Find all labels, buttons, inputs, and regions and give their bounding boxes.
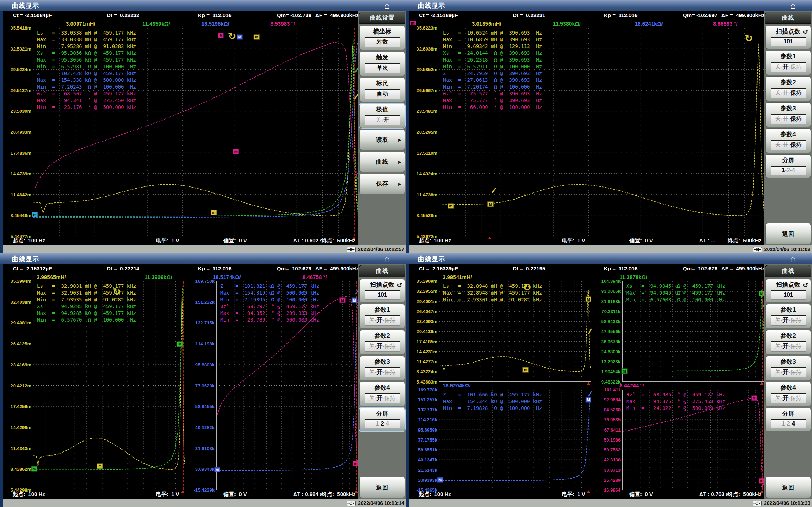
marker-chip-m: m [448, 203, 454, 208]
y-axis-label: 114.216k [418, 417, 437, 422]
sidebar-button-split-screen[interactable]: 分屏1-2-4 [359, 408, 405, 431]
legend-row: Z = 24.7959 Ω @ 390.693 Hz [443, 70, 542, 77]
cursor-line[interactable] [354, 28, 355, 236]
button-value[interactable]: 关-开-保持 [771, 62, 806, 72]
sidebar-button-param3[interactable]: 参数3关-开-保持 [765, 102, 811, 127]
value-option: 保持 [790, 116, 802, 122]
sidebar-button-back[interactable]: 返回 [765, 477, 811, 498]
value-option: 开 [383, 117, 389, 123]
button-value[interactable]: 关-开-保持 [771, 367, 806, 377]
sidebar-button-param2[interactable]: 参数2关-开-保持 [765, 76, 811, 101]
y-axis-label: 104.394k [601, 279, 621, 284]
y-axis-label: 84.5260 [604, 407, 621, 412]
sidebar-button-back[interactable]: 返回 [765, 223, 811, 244]
sidebar-button-back[interactable]: 返回 [359, 477, 405, 498]
screen-edge [406, 11, 409, 253]
value-option: 1 [782, 421, 785, 427]
value-option: 2 [787, 167, 790, 173]
button-value[interactable]: 自动 [365, 89, 400, 99]
sidebar-button-read[interactable]: 读取► [359, 130, 405, 150]
value-option: 关 [775, 90, 781, 96]
button-value[interactable]: 关-开-保持 [365, 393, 400, 403]
y-axis-label: 35.3909m [416, 279, 437, 284]
button-value[interactable]: 1-2-4 [771, 166, 806, 175]
cursor-line[interactable] [183, 281, 184, 490]
button-value[interactable]: 关-开 [365, 115, 400, 125]
sweep-info-bar: 起点: 100 Hz电平: 1 V偏置: 0 VΔT : 0.664 s终点: … [3, 490, 358, 499]
cursor-line[interactable] [762, 390, 763, 490]
y-axis-label: 29.4001m [416, 299, 437, 304]
button-label: 参数2 [767, 332, 810, 339]
button-value[interactable]: 关-开-保持 [771, 88, 806, 98]
measurement-value: Dt = 0.22232 [107, 12, 139, 18]
cursor-line[interactable] [589, 390, 589, 490]
button-value[interactable]: 101 [365, 290, 400, 300]
cursor-line[interactable] [356, 281, 357, 490]
button-label: 参数3 [361, 358, 404, 365]
sidebar-button-param1[interactable]: 参数1关-开-保持 [765, 51, 811, 75]
value-option: 1 [782, 167, 785, 173]
cursor-line[interactable] [490, 28, 490, 236]
button-value[interactable]: 关-开-保持 [771, 315, 806, 326]
sidebar-button-ruler[interactable]: 标尺自动 [359, 78, 405, 102]
button-value[interactable]: 单次 [365, 63, 400, 73]
sidebar-button-param3[interactable]: 参数3关-开-保持 [359, 356, 405, 380]
button-label: 参数1 [767, 53, 810, 60]
sweep-loop-icon: ↻ [745, 34, 753, 43]
value-option: 开 [783, 64, 789, 70]
trace-scale-label: 8.46758 °/ [302, 274, 327, 280]
sidebar-button-param2[interactable]: 参数2关-开-保持 [765, 330, 811, 354]
home-icon[interactable]: ⌂ [384, 0, 390, 11]
y-axis-label: 70.2311k [601, 308, 621, 314]
y-axis-label: 13.2923k [601, 359, 621, 364]
button-value[interactable]: 对数 [365, 37, 400, 47]
y-axis-label: 132.737k [418, 407, 437, 412]
home-icon[interactable]: ⌂ [790, 0, 796, 11]
cursor-line[interactable] [762, 281, 763, 381]
sidebar-button-param2[interactable]: 参数2关-开-保持 [359, 330, 405, 354]
value-option: 4 [386, 421, 389, 427]
home-icon[interactable]: ⌂ [790, 253, 796, 264]
button-label: 保存 [376, 180, 388, 188]
button-value[interactable]: 101 [771, 37, 806, 46]
sweep-loop-icon: ↻ [112, 287, 121, 297]
sidebar-button-sweep-points[interactable]: 扫描点数↺101 [359, 279, 405, 302]
button-value[interactable]: 关-开-保持 [365, 315, 400, 326]
sidebar-button-param4[interactable]: 参数4关-开-保持 [765, 382, 811, 406]
sidebar-button-split-screen[interactable]: 分屏1-2-4 [765, 154, 811, 178]
y-axis-label: 25.4289 [604, 477, 621, 482]
plot-group: 3.00971mH/11.4359kΩ/18.5196kΩ/8.53983 °/… [3, 20, 358, 236]
quadrant-top-right: 曲线显示⌂Ct = -2.15189µFDt = 0.22231Kp = 112… [406, 0, 812, 253]
sidebar-button-param1[interactable]: 参数1关-开-保持 [359, 304, 405, 328]
sidebar-button-x-axis-scale[interactable]: 横坐标对数 [359, 26, 405, 50]
button-value[interactable]: 1-2-4 [365, 419, 400, 428]
cursor-line[interactable] [589, 281, 589, 381]
plot-area: Ls = 32.8948 mH @ 459.177 kHzMax = 32.89… [439, 281, 591, 382]
button-value[interactable]: 关-开-保持 [771, 114, 806, 124]
sidebar-button-extremum[interactable]: 极值关-开 [359, 104, 405, 128]
sidebar-button-sweep-points[interactable]: 扫描点数↺101 [765, 279, 811, 302]
button-value[interactable]: 关-开-保持 [771, 140, 806, 150]
y-axis: 35.5418m32.5321m29.5224m26.5127m23.5030m… [3, 28, 33, 236]
sidebar-button-param4[interactable]: 参数4关-开-保持 [359, 382, 405, 406]
value-option: 保持 [790, 395, 802, 401]
sidebar: 曲线扫描点数↺101参数1关-开-保持参数2关-开-保持参数3关-开-保持参数4… [764, 264, 812, 499]
button-value[interactable]: 1-2-4 [771, 419, 806, 428]
y-axis-label: 11.4642m [11, 192, 31, 197]
button-value[interactable]: 101 [771, 290, 806, 300]
sidebar-button-split-screen[interactable]: 分屏1-2-4 [765, 408, 811, 431]
value-option: 4 [792, 421, 795, 427]
sidebar-button-sweep-points[interactable]: 扫描点数↺101 [765, 26, 811, 49]
marker-chip-m: m [214, 467, 220, 472]
button-value[interactable]: 关-开-保持 [771, 341, 806, 352]
home-icon[interactable]: ⌂ [384, 253, 390, 264]
button-value[interactable]: 关-开-保持 [365, 367, 400, 377]
sidebar-button-save[interactable]: 保存► [359, 174, 405, 194]
sidebar-button-curve[interactable]: 曲线► [359, 152, 405, 172]
sidebar-button-param4[interactable]: 参数4关-开-保持 [765, 128, 811, 153]
button-value[interactable]: 关-开-保持 [365, 341, 400, 352]
sidebar-button-trigger[interactable]: 触发单次 [359, 52, 405, 76]
button-value[interactable]: 关-开-保持 [771, 393, 806, 403]
sidebar-button-param3[interactable]: 参数3关-开-保持 [765, 356, 811, 380]
sidebar-button-param1[interactable]: 参数1关-开-保持 [765, 304, 811, 328]
